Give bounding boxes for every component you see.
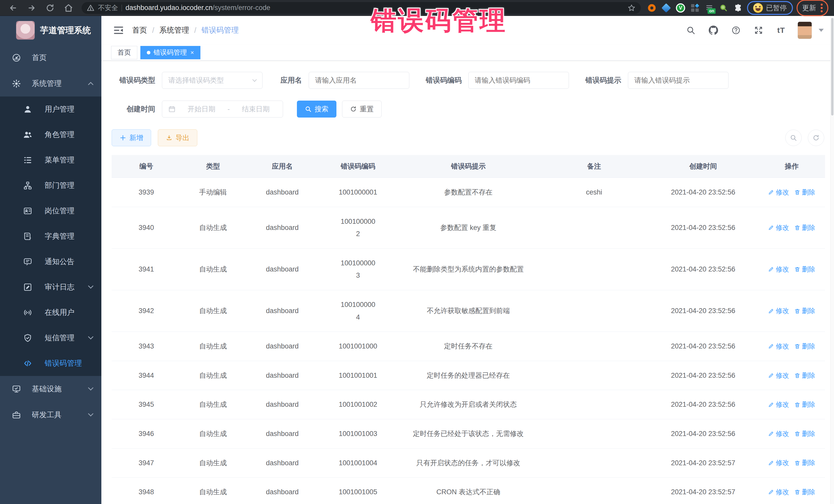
- annotation-title: 错误码管理: [371, 4, 507, 38]
- edit-link[interactable]: 修改: [768, 340, 789, 352]
- navbar-tools: tT: [685, 22, 824, 39]
- edit-link[interactable]: 修改: [768, 428, 789, 440]
- edit-link[interactable]: 修改: [768, 222, 789, 234]
- sidebar-item-departments[interactable]: 部门管理: [0, 173, 101, 198]
- breadcrumb-home[interactable]: 首页: [132, 25, 147, 36]
- extension-magnifier-icon[interactable]: [718, 3, 729, 13]
- sidebar-item-error-code[interactable]: 错误码管理: [0, 351, 101, 376]
- date-range-picker[interactable]: 开始日期 - 结束日期: [162, 101, 283, 117]
- breadcrumb: 首页 / 系统管理 / 错误码管理: [132, 25, 239, 36]
- scrollbar-thumb[interactable]: [831, 18, 833, 115]
- update-chip[interactable]: 更新: [796, 0, 828, 16]
- update-button[interactable]: 更新: [802, 3, 816, 13]
- browser-home-icon[interactable]: [61, 2, 76, 14]
- edit-link[interactable]: 修改: [768, 263, 789, 275]
- table-row: 3946 自动生成 dashboard 1001001003 定时任务已经处于该…: [112, 419, 825, 448]
- sidebar-item-users[interactable]: 用户管理: [0, 96, 101, 122]
- delete-link[interactable]: 删除: [794, 305, 815, 317]
- extension-orange-icon[interactable]: [646, 3, 657, 13]
- delete-link[interactable]: 删除: [794, 486, 815, 498]
- refresh-table-button[interactable]: [808, 130, 824, 146]
- chevron-down-icon: [88, 385, 93, 391]
- export-button[interactable]: 导出: [158, 129, 197, 146]
- delete-link[interactable]: 删除: [794, 398, 815, 411]
- sidebar-item-roles[interactable]: 角色管理: [0, 122, 101, 147]
- search-button[interactable]: 搜索: [297, 101, 336, 117]
- search-icon[interactable]: [685, 24, 697, 37]
- sidebar-item-audit-log[interactable]: 审计日志: [0, 274, 101, 300]
- delete-link[interactable]: 删除: [794, 428, 815, 440]
- close-tab-icon[interactable]: ×: [191, 49, 194, 56]
- reset-button[interactable]: 重置: [342, 101, 381, 117]
- sidebar-item-menus[interactable]: 菜单管理: [0, 147, 101, 173]
- fullscreen-icon[interactable]: [752, 24, 765, 37]
- browser-forward-icon[interactable]: [24, 2, 39, 14]
- sidebar-item-notice[interactable]: 通知公告: [0, 249, 101, 274]
- extension-vue-icon[interactable]: V: [675, 3, 686, 13]
- extension-grid-icon[interactable]: [689, 3, 700, 13]
- error-hint-input[interactable]: [634, 76, 722, 84]
- tab-home[interactable]: 首页: [111, 46, 137, 59]
- sidebar-item-infrastructure[interactable]: 基础设施: [0, 376, 101, 402]
- delete-link[interactable]: 删除: [794, 263, 815, 275]
- show-search-toggle-button[interactable]: [785, 130, 802, 146]
- error-type-select[interactable]: 请选择错误码类型: [162, 72, 263, 89]
- browser-menu-icon[interactable]: [821, 2, 823, 14]
- user-avatar[interactable]: [797, 22, 812, 39]
- browser-reload-icon[interactable]: [43, 2, 58, 14]
- edit-link[interactable]: 修改: [768, 398, 789, 411]
- sidebar-item-dict[interactable]: 字典管理: [0, 223, 101, 249]
- edit-link[interactable]: 修改: [768, 186, 789, 198]
- tags-view-bar: 首页 错误码管理 ×: [101, 45, 834, 61]
- profile-paused-chip[interactable]: 已暂停: [747, 1, 793, 15]
- sidebar-item-posts[interactable]: 岗位管理: [0, 198, 101, 223]
- delete-link[interactable]: 删除: [794, 370, 815, 381]
- extensions-puzzle-icon[interactable]: [733, 3, 743, 13]
- sidebar-item-home[interactable]: 首页: [0, 45, 101, 70]
- bookmark-star-icon[interactable]: [628, 4, 636, 12]
- github-icon[interactable]: [707, 24, 720, 37]
- sidebar-item-devtools[interactable]: 研发工具: [0, 402, 101, 428]
- delete-link[interactable]: 删除: [794, 222, 815, 234]
- table-row: 3947 自动生成 dashboard 1001001004 只有开启状态的任务…: [112, 448, 825, 478]
- address-divider: [122, 5, 122, 11]
- sidebar-item-sms[interactable]: 短信管理: [0, 325, 101, 351]
- tab-error-code[interactable]: 错误码管理 ×: [140, 46, 200, 59]
- end-date-placeholder[interactable]: 结束日期: [235, 105, 277, 114]
- delete-link[interactable]: 删除: [794, 457, 815, 469]
- not-secure-warning-icon: [87, 4, 94, 12]
- edit-link[interactable]: 修改: [768, 370, 789, 381]
- delete-link[interactable]: 删除: [794, 186, 815, 198]
- extension-gem-icon[interactable]: [661, 3, 672, 13]
- scrollbar[interactable]: [830, 16, 834, 504]
- sidebar-item-system[interactable]: 系统管理: [0, 70, 101, 96]
- app-logo[interactable]: 芋道管理系统: [0, 16, 101, 45]
- error-code-table: 编号 类型 应用名 错误码编码 错误码提示 备注 创建时间 操作 3939 手动…: [112, 155, 825, 504]
- browser-back-icon[interactable]: [6, 2, 21, 14]
- delete-link[interactable]: 删除: [794, 340, 815, 352]
- error-code-label: 错误码编码: [423, 75, 462, 85]
- table-row: 3944 自动生成 dashboard 1001001001 定时任务的处理器已…: [112, 361, 825, 390]
- sidebar-collapse-icon[interactable]: [110, 21, 128, 39]
- avatar-dropdown-caret-icon[interactable]: [819, 29, 824, 32]
- url-text[interactable]: dashboard.yudao.iocoder.cn/system/error-…: [126, 4, 270, 12]
- font-size-icon[interactable]: tT: [775, 24, 787, 37]
- profile-avatar-emoji: [753, 3, 763, 13]
- edit-link[interactable]: 修改: [768, 305, 789, 317]
- sync-paused-label: 已暂停: [766, 3, 787, 13]
- error-code-input[interactable]: [475, 76, 563, 84]
- filter-create-time: 创建时间 开始日期 - 结束日期: [112, 101, 283, 117]
- help-icon[interactable]: [730, 24, 742, 37]
- extension-list-on-icon[interactable]: on: [704, 3, 715, 13]
- edit-link[interactable]: 修改: [768, 486, 789, 498]
- filter-error-type: 错误码类型 请选择错误码类型: [112, 72, 263, 89]
- table-row: 3943 自动生成 dashboard 1001001000 定时任务不存在 2…: [112, 332, 825, 361]
- start-date-placeholder[interactable]: 开始日期: [181, 105, 222, 114]
- address-bar[interactable]: 不安全 dashboard.yudao.iocoder.cn/system/er…: [82, 2, 641, 14]
- breadcrumb-system[interactable]: 系统管理: [159, 25, 189, 36]
- sidebar-item-online-users[interactable]: 在线用户: [0, 300, 101, 325]
- app-name-input[interactable]: [315, 76, 403, 84]
- chevron-down-icon: [88, 334, 93, 339]
- edit-link[interactable]: 修改: [768, 457, 789, 469]
- add-button[interactable]: 新增: [112, 129, 151, 146]
